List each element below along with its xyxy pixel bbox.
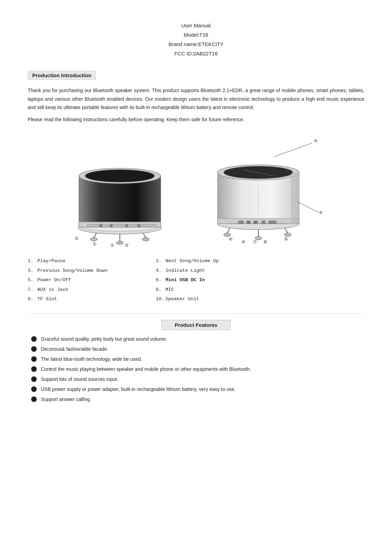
svg-text:⑨: ⑨ [319,210,323,215]
part-item: 7.AUX in Jack [28,286,142,294]
svg-rect-37 [239,221,243,224]
part-label: Indicate Light [166,267,205,275]
part-num: 7. [28,286,37,294]
feature-item: Control the music playing between speake… [31,366,364,373]
svg-line-48 [297,202,318,212]
part-label: Mini USB DC In [166,276,205,284]
feature-item: Graceful sound quality, petty body but g… [31,336,364,343]
part-item: 5.Power On/Off [28,276,142,284]
feature-text: Decorous& fashionable facade. [41,346,108,353]
feature-item: Decorous& fashionable facade. [31,346,364,353]
feature-text: Support lots of sound sources input. [41,376,118,383]
svg-text:⑥: ⑥ [229,236,233,242]
feature-text: USB power supply or power adapter, built… [41,386,235,393]
part-item: 6.Mini USB DC In [156,276,270,284]
part-item: 10.Speaker Unit [156,295,270,303]
svg-rect-12 [87,224,156,227]
intro-paragraph2: Please read the following instructions c… [28,115,364,124]
svg-point-15 [125,224,128,227]
svg-point-0 [90,238,97,241]
svg-point-14 [110,224,113,227]
part-item: 1.Play/Pause [28,257,142,265]
feature-item: Support answer calling. [31,396,364,403]
svg-text:⑤: ⑤ [125,243,129,247]
header-line3: Brand name:ETEKCITY [28,39,364,49]
part-item: 3.Previous Song/Volume Down [28,267,142,275]
svg-point-1 [116,241,123,244]
svg-text:③: ③ [74,236,79,241]
production-intro-label: Production Introduction [28,71,96,80]
part-num: 6. [156,276,166,284]
speaker-diagram-right: ⑩ ⑥ ④ ⑦ ⑧ [194,136,326,247]
svg-line-21 [274,143,312,157]
header-line4: FCC ID:2AB22T16 [28,49,364,58]
bullet-dot [31,346,37,352]
bullet-dot [31,396,37,402]
part-num: 4. [156,267,166,275]
bullet-dot [31,366,37,372]
svg-text:⑩: ⑩ [314,138,318,143]
svg-point-2 [142,238,149,241]
product-features-section: Product Features Graceful sound quality,… [28,320,364,403]
part-label: Next Song/Volume Up [166,257,219,265]
bullet-dot [31,356,37,362]
feature-item: The latest blue-tooth technology, wide b… [31,356,364,363]
feature-text: The latest blue-tooth technology, wide b… [41,356,142,363]
svg-point-16 [137,224,140,227]
feature-list: Graceful sound quality, petty body but g… [31,336,364,403]
svg-text:⑦: ⑦ [253,239,257,244]
bullet-dot [31,386,37,392]
header-line1: User Manual [28,21,364,30]
feature-text: Support answer calling. [41,396,91,403]
parts-list: 1.Play/Pause2.Next Song/Volume Up3.Previ… [28,257,270,303]
svg-rect-41 [269,221,276,224]
svg-point-32 [224,166,293,179]
svg-text:⑨: ⑨ [284,236,288,242]
header-line2: Model:T16 [28,30,364,39]
product-features-label: Product Features [161,320,231,330]
part-label: MIC [166,286,174,294]
part-label: Speaker Unit [166,295,199,303]
svg-text:②: ② [110,243,114,247]
diagram-area: ① ② ③ ⑤ ⑩ [28,136,364,247]
part-num: 3. [28,267,37,275]
part-label: AUX in Jack [37,286,68,294]
part-item: 9.TF Slot [28,295,142,303]
svg-text:①: ① [92,241,97,247]
part-label: Power On/Off [37,276,71,284]
part-num: 8. [156,286,166,294]
feature-text: Control the music playing between speake… [41,366,251,373]
svg-text:⑧: ⑧ [263,239,267,244]
feature-item: USB power supply or power adapter, built… [31,386,364,393]
svg-point-10 [85,170,154,182]
production-intro-section: Production Introduction Thank you for pu… [28,71,364,124]
svg-rect-39 [254,221,257,224]
svg-rect-38 [247,221,250,224]
bullet-dot [31,376,37,382]
bullet-dot [31,336,37,342]
part-item: 2.Next Song/Volume Up [156,257,270,265]
svg-rect-35 [291,172,299,224]
speaker-diagram-left: ① ② ③ ⑤ [66,143,173,247]
part-item: 8.MIC [156,286,270,294]
part-label: Previous Song/Volume Down [37,267,108,275]
svg-text:④: ④ [241,239,246,244]
svg-rect-40 [262,221,265,224]
feature-text: Graceful sound quality, petty body but g… [41,336,167,343]
part-num: 2. [156,257,166,265]
intro-paragraph1: Thank you for purchasing our Bluetooth s… [28,86,364,112]
svg-rect-34 [217,218,299,224]
part-num: 9. [28,295,37,303]
svg-point-13 [99,224,102,227]
part-num: 5. [28,276,37,284]
svg-point-23 [224,233,231,236]
part-item: 4.Indicate Light [156,267,270,275]
part-label: Play/Pause [37,257,65,265]
part-num: 10. [156,295,166,303]
part-label: TF Slot [37,295,57,303]
feature-item: Support lots of sound sources input. [31,376,364,383]
svg-point-25 [284,233,291,236]
part-num: 1. [28,257,37,265]
header-section: User Manual Model:T16 Brand name:ETEKCIT… [28,21,364,58]
